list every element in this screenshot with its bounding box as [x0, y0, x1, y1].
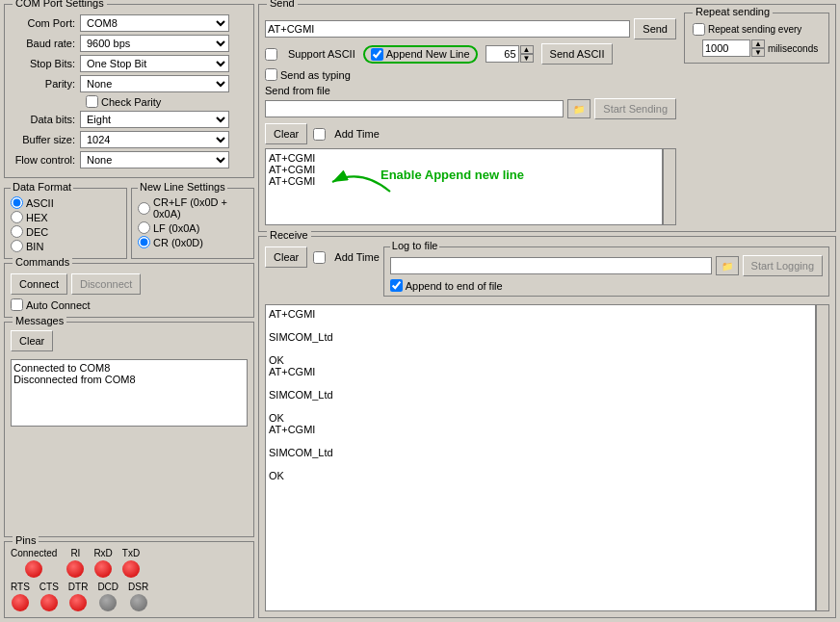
messages-line-2: Disconnected from COM8 — [13, 374, 245, 385]
baud-rate-select[interactable]: 9600 bps — [80, 35, 229, 52]
pins-group: Pins Connected RI RxD TxD — [4, 541, 254, 618]
send-file-input[interactable] — [265, 100, 564, 117]
pin-dtr-label: DTR — [68, 582, 89, 592]
send-file-browse-button[interactable]: 📁 — [567, 99, 591, 118]
append-to-file-checkbox[interactable] — [390, 279, 403, 292]
pin-dtr: DTR — [68, 582, 89, 611]
commands-group: Commands Connect Disconnect Auto Connect — [4, 263, 254, 318]
buffer-size-select[interactable]: 1024 — [80, 131, 229, 148]
start-sending-button[interactable]: Start Sending — [594, 98, 676, 119]
pin-rxd-label: RxD — [93, 548, 112, 558]
receive-line-11: AT+CGMI — [269, 424, 812, 435]
pin-cts-led — [40, 594, 58, 611]
connect-button[interactable]: Connect — [11, 273, 67, 295]
pins-title: Pins — [13, 534, 39, 546]
repeat-interval-input[interactable] — [702, 39, 750, 57]
send-as-typing-label: Send as typing — [280, 69, 351, 81]
messages-clear-button[interactable]: Clear — [11, 330, 53, 351]
parity-label: Parity: — [11, 78, 80, 90]
data-bits-label: Data bits: — [11, 114, 80, 125]
messages-log: Connected to COM8 Disconnected from COM8 — [11, 359, 248, 427]
receive-scrollbar[interactable] — [816, 304, 829, 611]
flow-label: Flow control: — [11, 154, 80, 166]
append-new-line-checkbox[interactable] — [371, 48, 383, 61]
send-scrollbar[interactable] — [663, 148, 676, 225]
bin-radio[interactable] — [11, 240, 23, 252]
receive-line-2 — [269, 320, 812, 331]
auto-connect-checkbox[interactable] — [11, 298, 23, 311]
start-logging-button[interactable]: Start Logging — [743, 255, 823, 276]
ascii-radio[interactable] — [11, 196, 23, 209]
data-format-title: Data Format — [11, 181, 73, 193]
dec-label: DEC — [26, 226, 48, 238]
commands-title: Commands — [13, 256, 72, 268]
pin-ri-label: RI — [70, 548, 80, 558]
disconnect-button[interactable]: Disconnect — [71, 273, 141, 295]
append-to-file-label: Append to end of file — [406, 280, 503, 292]
parity-select[interactable]: None — [80, 75, 229, 92]
messages-line-1: Connected to COM8 — [13, 362, 245, 374]
repeat-sending-panel: Repeat sending Repeat sending every ▲ ▼ … — [680, 13, 829, 225]
receive-line-10: OK — [269, 412, 812, 424]
interval-down[interactable]: ▼ — [751, 48, 765, 57]
send-log-line-3: AT+CGMI — [269, 175, 659, 187]
receive-title: Receive — [267, 229, 311, 241]
interval-up[interactable]: ▲ — [751, 39, 765, 48]
receive-group: Receive Clear Add Time Log to file — [258, 236, 836, 618]
support-ascii-checkbox[interactable] — [265, 48, 277, 61]
dec-radio[interactable] — [11, 225, 23, 238]
send-title: Send — [267, 0, 298, 9]
pin-rts-led — [12, 594, 29, 611]
ascii-value-spinner: ▲ ▼ — [486, 45, 534, 63]
ascii-value-input[interactable] — [486, 45, 519, 63]
interval-unit-label: miliseconds — [768, 43, 818, 54]
check-parity-label: Check Parity — [101, 96, 161, 108]
com-port-title: COM Port Settings — [13, 0, 107, 9]
send-add-time-checkbox[interactable] — [313, 128, 326, 141]
baud-label: Baud rate: — [11, 38, 80, 49]
send-clear-button[interactable]: Clear — [265, 123, 307, 144]
send-button[interactable]: Send — [634, 18, 676, 39]
receive-line-6: AT+CGMI — [269, 366, 812, 377]
repeat-sending-every-label: Repeat sending every — [708, 24, 801, 35]
send-command-input[interactable] — [265, 20, 630, 38]
hex-radio[interactable] — [11, 211, 23, 223]
log-file-browse-button[interactable]: 📁 — [716, 256, 739, 275]
crlf-radio[interactable] — [138, 202, 150, 215]
send-add-time-label: Add Time — [334, 128, 379, 140]
send-from-file-label: Send from file — [265, 85, 676, 96]
receive-add-time-checkbox[interactable] — [313, 251, 326, 264]
receive-line-5: OK — [269, 354, 812, 366]
send-as-typing-checkbox[interactable] — [265, 68, 277, 81]
new-line-group: New Line Settings CR+LF (0x0D + 0x0A) LF… — [131, 188, 254, 259]
repeat-sending-checkbox[interactable] — [693, 23, 705, 36]
lf-radio[interactable] — [138, 221, 150, 234]
log-to-file-section: Log to file 📁 Start Logging Append to en… — [383, 246, 829, 300]
flow-control-select[interactable]: None — [80, 151, 229, 168]
bin-label: BIN — [26, 241, 43, 252]
lf-label: LF (0x0A) — [153, 222, 199, 234]
check-parity-checkbox[interactable] — [86, 95, 98, 108]
pin-rts-label: RTS — [11, 582, 30, 592]
cr-radio[interactable] — [138, 236, 150, 248]
receive-line-8: SIMCOM_Ltd — [269, 389, 812, 401]
auto-connect-label: Auto Connect — [26, 299, 91, 311]
receive-add-time-label: Add Time — [334, 251, 379, 263]
com-port-select[interactable]: COM8 — [80, 14, 229, 32]
pin-dsr-label: DSR — [128, 582, 148, 592]
ascii-value-down[interactable]: ▼ — [520, 54, 534, 63]
hex-label: HEX — [26, 212, 48, 223]
receive-clear-button[interactable]: Clear — [265, 246, 307, 268]
send-group: Send Send Support ASCII Appe — [258, 4, 836, 232]
log-file-input[interactable] — [390, 257, 712, 274]
ascii-value-up[interactable]: ▲ — [520, 45, 534, 54]
pin-dcd-led — [99, 594, 117, 611]
buffer-label: Buffer size: — [11, 134, 80, 145]
data-bits-select[interactable]: Eight — [80, 111, 229, 128]
log-to-file-title: Log to file — [390, 240, 440, 251]
receive-line-14 — [269, 458, 812, 470]
send-log-area: AT+CGMI AT+CGMI AT+CGMI — [265, 148, 663, 225]
send-ascii-button[interactable]: Send ASCII — [541, 43, 614, 65]
receive-line-3: SIMCOM_Ltd — [269, 331, 812, 343]
stop-bits-select[interactable]: One Stop Bit — [80, 55, 229, 72]
